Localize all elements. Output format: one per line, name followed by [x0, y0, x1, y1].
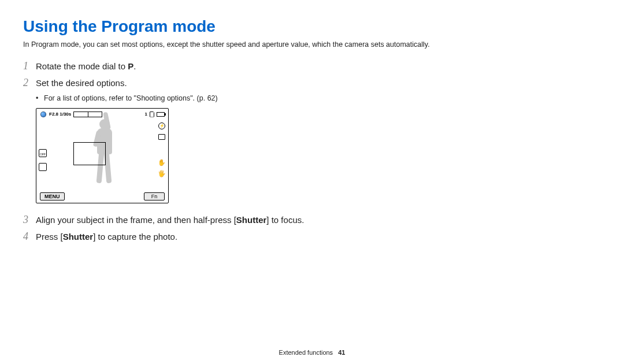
- palm-icon: 🖐: [158, 170, 166, 177]
- lcd-top-row: F2.8 1/30s 1: [40, 111, 165, 118]
- page-title: Using the Program mode: [23, 17, 601, 36]
- step-1-post: .: [133, 61, 136, 71]
- step-2-note-text: For a list of options, refer to "Shootin…: [44, 94, 218, 102]
- lcd-bottom-row: MENU Fn: [40, 192, 165, 200]
- shot-count: 1: [145, 112, 147, 117]
- lcd-left-icons: OFF: [39, 149, 47, 171]
- step-text: Align your subject in the frame, and the…: [36, 214, 304, 226]
- footer-section: Extended functions: [279, 349, 333, 356]
- lcd-right-icons: ⚡ ✋ 🖐: [158, 122, 166, 177]
- page-number: 41: [338, 349, 345, 356]
- ev-scale-icon: [73, 112, 102, 117]
- exposure-readout: F2.8 1/30s: [49, 112, 71, 117]
- step-4: 4 Press [Shutter] to capture the photo.: [23, 231, 381, 243]
- step-3-pre: Align your subject in the frame, and the…: [36, 215, 236, 225]
- battery-icon: [157, 112, 165, 117]
- step-3-post: ] to focus.: [266, 215, 304, 225]
- shutter-label: Shutter: [236, 215, 267, 225]
- focus-frame-icon: [73, 142, 106, 165]
- step-2: 2 Set the desired options.: [23, 77, 381, 89]
- lcd-figure: F2.8 1/30s 1 OFF ⚡: [36, 108, 381, 203]
- step-text: Press [Shutter] to capture the photo.: [36, 231, 177, 243]
- shutter-label: Shutter: [63, 232, 94, 242]
- step-1-pre: Rotate the mode dial to: [36, 61, 128, 71]
- step-2-note: • For a list of options, refer to "Shoot…: [36, 94, 381, 102]
- fn-button-label: Fn: [144, 192, 165, 200]
- flash-icon: ⚡: [158, 122, 165, 129]
- step-number: 3: [23, 214, 36, 226]
- drive-mode-icon: [39, 163, 47, 171]
- step-number: 1: [23, 60, 36, 72]
- camera-lcd: F2.8 1/30s 1 OFF ⚡: [36, 108, 169, 203]
- step-list: 1 Rotate the mode dial to P. 2 Set the d…: [23, 60, 381, 243]
- image-size-icon: [158, 134, 165, 140]
- step-text: Rotate the mode dial to P.: [36, 60, 136, 72]
- step-3: 3 Align your subject in the frame, and t…: [23, 214, 381, 226]
- flash-off-icon: OFF: [39, 149, 47, 157]
- step-text: Set the desired options.: [36, 77, 127, 89]
- step-4-post: ] to capture the photo.: [93, 232, 177, 242]
- step-number: 2: [23, 77, 36, 89]
- bullet-dot-icon: •: [36, 94, 44, 102]
- step-number: 4: [23, 231, 36, 243]
- image-stabilization-icon: ✋: [158, 159, 166, 166]
- mode-indicator-icon: [40, 111, 47, 118]
- sd-card-icon: [150, 112, 154, 117]
- intro-text: In Program mode, you can set most option…: [23, 40, 601, 49]
- menu-button-label: MENU: [40, 192, 65, 200]
- page-footer: Extended functions 41: [0, 349, 624, 356]
- step-4-pre: Press [: [36, 232, 63, 242]
- step-1: 1 Rotate the mode dial to P.: [23, 60, 381, 72]
- mode-p-icon: P: [128, 61, 133, 71]
